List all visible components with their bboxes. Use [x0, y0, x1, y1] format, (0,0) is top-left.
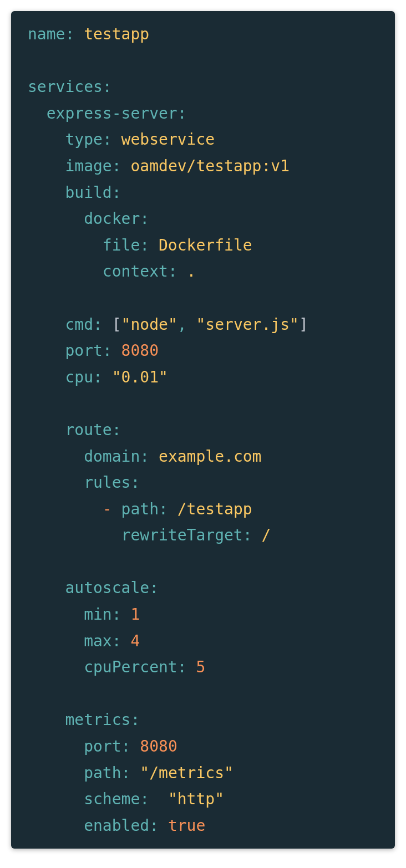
yaml-key-cpu: cpu	[65, 368, 93, 386]
yaml-val-context: .	[187, 262, 196, 280]
yaml-key-express: express-server	[47, 104, 177, 122]
yaml-key-cpupercent: cpuPercent	[84, 658, 177, 676]
yaml-val-cpupercent: 5	[196, 658, 205, 676]
yaml-val-file: Dockerfile	[159, 236, 252, 254]
yaml-key-max: max	[84, 632, 112, 650]
yaml-val-scheme: "http"	[168, 790, 224, 808]
yaml-val-image: oamdev/testapp:v1	[130, 157, 290, 175]
yaml-val-mport: 8080	[140, 737, 177, 755]
yaml-key-min: min	[84, 605, 112, 624]
yaml-val-cmd0: "node"	[121, 315, 177, 334]
yaml-key-port: port	[65, 341, 102, 360]
yaml-key-build: build	[65, 183, 111, 202]
yaml-key-rules: rules	[84, 473, 130, 492]
yaml-key-enabled: enabled	[84, 816, 149, 835]
yaml-key-cmd: cmd	[65, 315, 93, 334]
yaml-val-min: 1	[130, 605, 140, 624]
yaml-val-cmd1: "server.js"	[196, 315, 298, 334]
yaml-code-block: name: testapp services: express-server: …	[11, 11, 395, 849]
yaml-key-route: route	[65, 421, 111, 439]
yaml-key-path: path	[121, 500, 159, 518]
yaml-key-mport: port	[84, 737, 121, 755]
yaml-val-port: 8080	[121, 341, 159, 360]
yaml-val-enabled: true	[168, 816, 205, 835]
yaml-val-mpath: "/metrics"	[140, 764, 234, 782]
yaml-val-type: webservice	[121, 130, 215, 149]
yaml-key-scheme: scheme	[84, 790, 140, 808]
yaml-key-rewrite: rewriteTarget	[121, 526, 243, 544]
yaml-key-file: file	[103, 236, 140, 254]
yaml-key-autoscale: autoscale	[65, 579, 149, 597]
yaml-key-docker: docker	[84, 210, 140, 228]
yaml-val-cpu: "0.01"	[112, 368, 168, 386]
yaml-key-domain: domain	[84, 447, 140, 466]
yaml-key-name: name	[28, 25, 65, 43]
yaml-key-metrics: metrics	[65, 711, 130, 729]
yaml-val-max: 4	[130, 632, 140, 650]
yaml-key-type: type	[65, 130, 102, 149]
yaml-key-services: services	[28, 78, 103, 96]
yaml-val-path: /testapp	[177, 500, 252, 518]
yaml-key-image: image	[65, 157, 111, 175]
yaml-key-mpath: path	[84, 764, 121, 782]
yaml-val-rewrite: /	[261, 526, 271, 544]
yaml-key-context: context	[103, 262, 168, 280]
yaml-val-domain: example.com	[159, 447, 261, 466]
yaml-val-name: testapp	[84, 25, 149, 43]
